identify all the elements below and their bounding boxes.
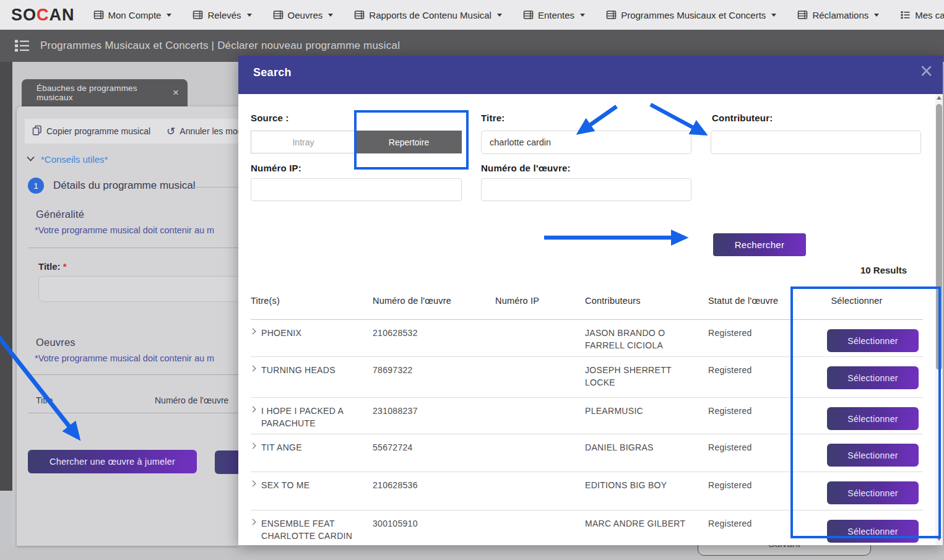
nav-item-mon-compte[interactable]: Mon Compte [93, 10, 172, 20]
cell-contributeurs: JASON BRANDO O FARRELL CICIOLA [585, 327, 691, 352]
scrollbar-thumb[interactable] [936, 104, 942, 370]
cell-numero-oeuvre: 55672724 [373, 441, 495, 454]
col-header-selectionner: Sélectionner [790, 296, 923, 306]
titre-label: Titre: [481, 113, 504, 123]
card-toolbar: Copier programme musical ↻ Annuler les m… [25, 119, 238, 144]
select-button[interactable]: Sélectionner [827, 481, 919, 504]
nav-item-programmes-musicaux[interactable]: Programmes Musicaux et Concerts [606, 10, 776, 20]
table-row: I HOPE I PACKED A PARACHUTE 231088237 PL… [251, 398, 923, 434]
scrollbar-up-arrow[interactable] [937, 96, 942, 100]
select-button[interactable]: Sélectionner [827, 407, 919, 430]
table-row: SEX TO ME 210628536 EDITIONS BIG BOY Reg… [251, 472, 923, 510]
nav-item-oeuvres[interactable]: Oeuvres [273, 10, 334, 20]
title-input[interactable] [38, 276, 238, 302]
numero-ip-label: Numéro IP: [251, 163, 301, 173]
nav-label: Mes cas [915, 10, 944, 20]
table-icon [523, 10, 534, 20]
oeuvres-heading: Oeuvres [36, 337, 76, 348]
chevron-down-icon [580, 14, 585, 17]
left-edge-strip [0, 62, 12, 491]
cell-contributeurs: JOSEPH SHERRETT LOCKE [585, 364, 691, 389]
nav-label: Rapports de Contenu Musical [369, 10, 491, 20]
source-label: Source : [251, 113, 289, 123]
helpful-tips-link[interactable]: *Conseils utiles* [26, 153, 108, 165]
select-button[interactable]: Sélectionner [827, 329, 919, 352]
nav-item-releves[interactable]: Relevés [193, 10, 251, 20]
source-toggle-intray[interactable]: Intray [251, 131, 356, 153]
chevron-down-icon [167, 14, 171, 17]
cell-statut: Registered [708, 405, 790, 417]
results-table-header: Titre(s) Numéro de l'œuvre Numéro IP Con… [251, 296, 923, 320]
table-icon [93, 10, 104, 20]
chevron-down-icon [874, 14, 879, 17]
list-icon [900, 10, 911, 20]
cell-statut: Registered [708, 327, 790, 339]
scrollbar-down-arrow[interactable] [937, 537, 942, 541]
program-details-card: Copier programme musical ↻ Annuler les m… [17, 106, 238, 546]
close-icon[interactable]: × [920, 58, 933, 84]
list-icon [14, 38, 30, 53]
cell-titre: I HOPE I PACKED A PARACHUTE [261, 405, 353, 430]
nav-item-rapports[interactable]: Rapports de Contenu Musical [354, 10, 502, 20]
step-number-badge: 1 [28, 178, 44, 194]
cell-numero-oeuvre: 78697322 [373, 364, 495, 376]
expand-row-icon[interactable] [250, 366, 256, 372]
numero-oeuvre-label: Numéro de l'œuvre: [481, 163, 571, 173]
contributeur-label: Contributeur: [712, 113, 773, 123]
cell-statut: Registered [708, 517, 790, 530]
nav-label: Programmes Musicaux et Concerts [621, 10, 766, 20]
nav-label: Relevés [207, 10, 241, 20]
undo-changes-label: Annuler les mod [180, 126, 238, 136]
nav-item-mes-cas[interactable]: Mes cas [900, 10, 944, 20]
cell-titre: TURNING HEADS [261, 364, 336, 376]
modal-header: Search × [238, 56, 943, 94]
app-root: SOCAN Mon Compte Relevés Oeuvres Rapport… [0, 0, 944, 560]
close-icon[interactable]: × [173, 87, 179, 99]
cell-titre: TIT ANGE [261, 441, 302, 454]
contributeur-input[interactable] [711, 131, 921, 154]
generalite-note: *Votre programme musical doit contenir a… [35, 225, 214, 235]
copy-icon [32, 125, 42, 137]
cell-titre: PHOENIX [261, 327, 301, 339]
rechercher-button[interactable]: Rechercher [713, 233, 806, 256]
divider [28, 374, 238, 375]
undo-changes-button[interactable]: ↻ Annuler les mod [167, 126, 238, 137]
expand-row-icon[interactable] [250, 481, 256, 487]
expand-row-icon[interactable] [250, 519, 256, 525]
nav-item-reclamations[interactable]: Réclamations [797, 10, 879, 20]
nav-label: Mon Compte [108, 10, 162, 20]
divider [28, 248, 238, 248]
select-button[interactable]: Sélectionner [827, 520, 919, 543]
col-header-numero-ip: Numéro IP [495, 296, 585, 306]
search-work-to-match-button[interactable]: Chercher une œuvre à jumeler [28, 450, 197, 473]
numero-ip-input[interactable] [251, 178, 462, 201]
divider [28, 413, 238, 413]
tab-ebauches[interactable]: Ébauches de programmes musicaux × [22, 79, 188, 106]
col-header-titres: Titre(s) [251, 296, 373, 306]
works-col-numero: Numéro de l'œuvre [155, 395, 228, 405]
cell-statut: Registered [708, 364, 790, 376]
undo-icon: ↻ [167, 126, 175, 137]
nav-item-ententes[interactable]: Ententes [523, 10, 585, 20]
cell-contributeurs: EDITIONS BIG BOY [585, 479, 691, 491]
expand-row-icon[interactable] [250, 407, 256, 413]
source-toggle-repertoire[interactable]: Repertoire [356, 131, 462, 153]
cell-statut: Registered [708, 479, 790, 491]
chevron-down-icon [26, 153, 35, 165]
numero-oeuvre-input[interactable] [481, 178, 691, 201]
cell-contributeurs: MARC ANDRE GILBERT [585, 517, 691, 530]
cell-contributeurs: PLEARMUSIC [585, 405, 691, 417]
modal-title: Search [253, 66, 292, 79]
cell-statut: Registered [708, 441, 790, 454]
chevron-down-icon [247, 14, 252, 17]
socan-logo[interactable]: SOCAN [11, 6, 75, 25]
titre-input[interactable] [481, 131, 691, 154]
select-button[interactable]: Sélectionner [827, 444, 919, 467]
table-icon [193, 10, 203, 20]
partially-hidden-button[interactable] [215, 450, 238, 474]
expand-row-icon[interactable] [250, 329, 256, 335]
select-button[interactable]: Sélectionner [827, 366, 919, 389]
table-icon [606, 10, 617, 20]
copy-program-button[interactable]: Copier programme musical [32, 125, 150, 137]
expand-row-icon[interactable] [250, 443, 256, 449]
